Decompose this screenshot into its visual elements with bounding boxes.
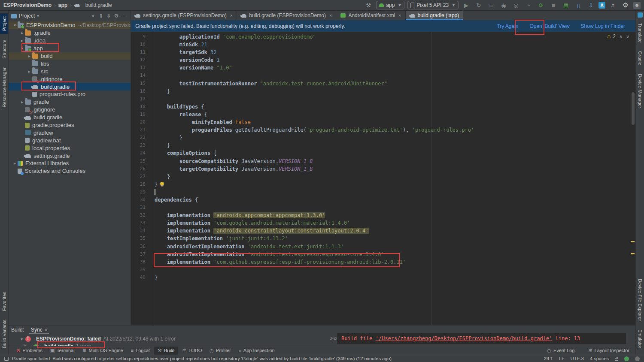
run-tasks-icon[interactable]: ≣: [486, 1, 496, 9]
console-expand-icon[interactable]: »: [638, 340, 640, 345]
sdk-manager-icon[interactable]: ⇩: [586, 1, 595, 9]
chevron-down-icon[interactable]: ▾: [21, 337, 23, 341]
warning-mark[interactable]: [631, 241, 635, 242]
tree-item-src[interactable]: ▸src: [9, 67, 131, 75]
tree-item-build[interactable]: ▸build: [9, 52, 131, 60]
panel-settings-icon[interactable]: ⚙: [112, 13, 120, 19]
device-manager-icon[interactable]: ▯: [574, 1, 583, 9]
tool-strip-device-manager[interactable]: Device Manager: [636, 71, 644, 111]
close-icon[interactable]: ×: [398, 13, 401, 18]
debug-icon[interactable]: ◉: [499, 1, 508, 9]
gradle-sync-icon[interactable]: ⟳: [536, 1, 546, 9]
tree-item--gradle[interactable]: ▸.gradle: [9, 29, 131, 37]
tree-item--idea[interactable]: ▸.idea: [9, 37, 131, 45]
code-editor[interactable]: 9 applicationId "com.example.espprovisio…: [131, 32, 635, 325]
breadcrumb-item[interactable]: ESPProvisionDemo: [3, 2, 52, 8]
prev-issue-icon[interactable]: ∧: [619, 34, 623, 39]
tree-item-build-gradle[interactable]: build.gradle: [9, 114, 131, 121]
line-ending[interactable]: LF: [559, 356, 565, 361]
tree-item--gitignore[interactable]: .gitignore: [9, 106, 131, 114]
chevron-icon[interactable]: ▾: [19, 46, 25, 51]
hide-panel-icon[interactable]: ─: [120, 13, 128, 19]
expand-all-icon[interactable]: ⇑: [97, 13, 105, 19]
indent-setting[interactable]: 4 spaces: [590, 356, 609, 361]
tool-strip-build-variants[interactable]: Build Variants: [0, 317, 8, 351]
collapse-all-icon[interactable]: ⇓: [105, 13, 112, 19]
banner-action-try-again[interactable]: Try Again: [497, 23, 518, 29]
tree-item-external-libraries[interactable]: ▸External Libraries: [9, 160, 131, 167]
tree-item-settings-gradle[interactable]: settings.gradle: [9, 152, 131, 160]
caret-position[interactable]: 29:1: [544, 356, 553, 361]
close-icon[interactable]: ×: [45, 327, 47, 332]
tree-item-gradle[interactable]: ▸gradle: [9, 98, 131, 106]
tree-item-espprovisiondemo[interactable]: ▾ESPProvisionDemo~/Desktop/ESPProvisionD…: [9, 21, 131, 29]
tool-strip-structure[interactable]: Structure: [0, 36, 8, 62]
banner-action-show-log-in-finder[interactable]: Show Log in Finder: [581, 23, 625, 29]
toolwindow-profiler[interactable]: ◴Profiler: [206, 347, 234, 355]
tool-strip-gradle[interactable]: Gradle: [636, 48, 644, 68]
close-icon[interactable]: ×: [329, 13, 332, 18]
status-message[interactable]: Gradle sync failed: Build was configured…: [12, 356, 392, 361]
run-icon[interactable]: ▶: [462, 1, 471, 9]
next-issue-icon[interactable]: ∨: [626, 34, 629, 39]
project-view-selector[interactable]: Project ▾: [11, 13, 39, 19]
toolwindow-event-log[interactable]: ◷Event Log: [544, 347, 578, 355]
build-tree-row[interactable]: ▾build.gradle1 error: [28, 342, 91, 346]
tree-item-local-properties[interactable]: local.properties: [9, 144, 131, 152]
chevron-icon[interactable]: ▸: [19, 100, 25, 104]
tree-item-libs[interactable]: libs: [9, 60, 131, 67]
tree-item-app[interactable]: ▾app: [9, 45, 131, 52]
chevron-icon[interactable]: ▸: [27, 69, 32, 74]
breadcrumb-item[interactable]: app: [58, 2, 67, 8]
chevron-icon[interactable]: ▸: [27, 54, 32, 58]
tree-item-proguard-rules-pro[interactable]: proguard-rules.pro: [9, 90, 131, 98]
user-avatar[interactable]: ☻: [633, 2, 641, 9]
editor-tab[interactable]: settings.gradle (ESPProvisionDemo)×: [131, 11, 237, 20]
close-icon[interactable]: ×: [230, 13, 233, 18]
breadcrumb-item[interactable]: build.gradle: [85, 2, 112, 8]
lock-icon[interactable]: [615, 358, 618, 361]
tool-strip-device-file-explorer[interactable]: Device File Explorer: [636, 276, 644, 324]
apply-changes-icon[interactable]: ↻: [474, 1, 483, 9]
toolwindow-layout-inspector[interactable]: ⊞Layout Inspector: [585, 347, 633, 355]
build-tree-expand-icon[interactable]: »: [23, 342, 26, 346]
build-tab-sync[interactable]: Sync×: [29, 326, 49, 334]
run-config-dropdown[interactable]: app▼: [376, 1, 404, 9]
toolwindow-app-inspection[interactable]: ⌕App Inspection: [235, 347, 278, 355]
toolwindow-todo[interactable]: ≣TODO: [179, 347, 205, 355]
chevron-icon[interactable]: ▸: [19, 38, 25, 43]
locate-file-icon[interactable]: ⌖: [89, 13, 97, 19]
tool-strip-resource-manager[interactable]: Resource Manager: [0, 64, 8, 111]
chevron-icon[interactable]: ▸: [19, 30, 25, 35]
tool-strip-translate[interactable]: Translate: [636, 20, 644, 45]
tree-item-build-gradle[interactable]: build.gradle: [9, 83, 131, 90]
tool-strip-emulator[interactable]: Emulator: [636, 326, 644, 351]
editor-scrollbar[interactable]: [631, 32, 635, 325]
chevron-icon[interactable]: ▾: [12, 23, 18, 27]
coverage-icon[interactable]: ◎: [511, 1, 521, 9]
tree-item-scratches-and-consoles[interactable]: Scratches and Consoles: [9, 167, 131, 175]
editor-tab[interactable]: AndroidManifest.xml×: [336, 11, 405, 20]
build-hammer-icon[interactable]: ⚒: [364, 1, 373, 9]
stop-icon[interactable]: ■: [549, 1, 558, 9]
translate-icon[interactable]: [638, 12, 643, 18]
intention-bulb-icon[interactable]: [160, 182, 164, 186]
tool-strip-project[interactable]: Project: [0, 13, 8, 34]
editor-tab[interactable]: build.gradle (ESPProvisionDemo)×: [237, 11, 336, 20]
feedback-icon[interactable]: [635, 356, 640, 361]
translate-icon[interactable]: A: [598, 2, 605, 9]
search-icon[interactable]: ⌕: [608, 1, 618, 9]
profile-icon[interactable]: ◔: [524, 1, 533, 9]
tree-item-gradle-properties[interactable]: gradle.properties: [9, 121, 131, 129]
scrollbar-thumb[interactable]: [632, 92, 635, 125]
tree-item-gradlew-bat[interactable]: gradlew.bat: [9, 136, 131, 144]
toolwindow-multi-os-engine[interactable]: ⚙Multi-OS Engine: [79, 347, 127, 355]
file-encoding[interactable]: UTF-8: [571, 356, 584, 361]
toolwindow-logcat[interactable]: ≡Logcat: [128, 347, 153, 355]
inspections-widget[interactable]: ⚠ 2 ∧ ∨: [607, 33, 629, 39]
toggle-panels-icon[interactable]: [4, 357, 9, 361]
build-file-link[interactable]: '/Users/zhangzheng/Desktop/ESPProvisionD…: [375, 335, 552, 341]
editor-tab[interactable]: build.gradle (:app): [406, 11, 464, 20]
build-tree-row[interactable]: ▾ESPProvisionDemo: failedAt 2022/5/12, 0…: [21, 335, 176, 343]
tool-strip-favorites[interactable]: Favorites: [0, 289, 8, 314]
